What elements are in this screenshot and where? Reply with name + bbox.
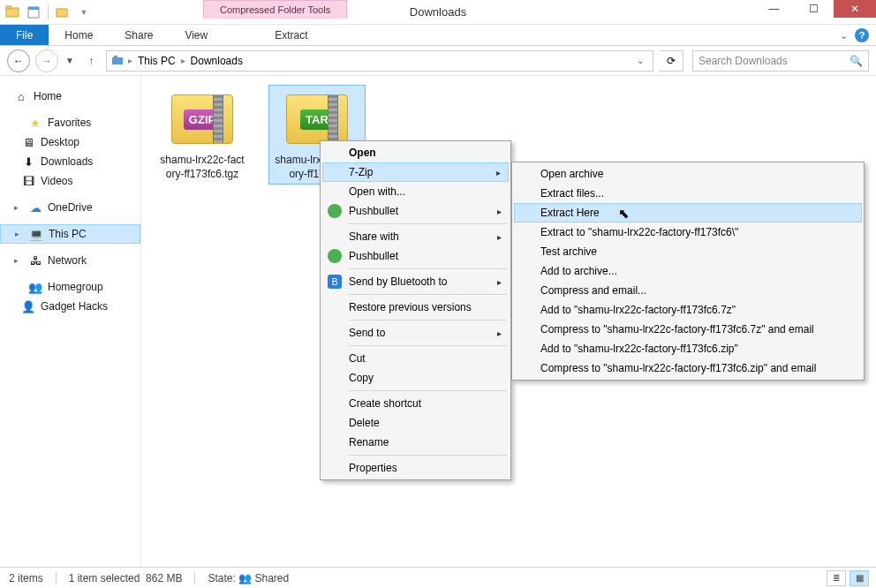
- menu-label: Delete: [349, 417, 380, 429]
- ribbon-expand-icon[interactable]: ⌄: [840, 30, 848, 41]
- submenu-arrow-icon: ▸: [496, 168, 501, 177]
- ctx-pushbullet[interactable]: Pushbullet▸: [322, 201, 509, 221]
- maximize-button[interactable]: ☐: [794, 0, 834, 18]
- ctx-delete[interactable]: Delete: [322, 413, 509, 433]
- help-icon[interactable]: ?: [855, 28, 869, 42]
- explorer-icon[interactable]: [4, 4, 21, 21]
- expand-icon[interactable]: ▸: [14, 256, 23, 265]
- 7z-add-7z[interactable]: Add to "shamu-lrx22c-factory-ff173fc6.7z…: [514, 300, 862, 320]
- view-tab[interactable]: View: [169, 25, 223, 45]
- svg-rect-6: [114, 56, 117, 58]
- nav-homegroup[interactable]: 👥Homegroup: [0, 277, 140, 297]
- nav-videos[interactable]: 🎞Videos: [0, 171, 140, 191]
- nav-label: Videos: [41, 175, 72, 187]
- expand-icon[interactable]: ▸: [14, 203, 23, 212]
- file-item-tgz[interactable]: GZIP shamu-lrx22c-factory-ff173fc6.tgz: [154, 85, 251, 185]
- menu-label: Extract files...: [540, 187, 604, 200]
- nav-favorites[interactable]: ★Favorites: [0, 113, 140, 132]
- menu-label: Add to archive...: [540, 265, 617, 277]
- new-folder-icon[interactable]: [54, 4, 72, 21]
- ctx-copy[interactable]: Copy: [322, 368, 509, 388]
- ctx-properties[interactable]: Properties: [322, 458, 509, 478]
- 7z-extract-to[interactable]: Extract to "shamu-lrx22c-factory-ff173fc…: [514, 222, 862, 242]
- ctx-pushbullet2[interactable]: Pushbullet: [322, 246, 509, 266]
- minimize-button[interactable]: —: [754, 0, 794, 18]
- nav-thispc[interactable]: ▸💻This PC: [0, 224, 140, 244]
- nav-label: Downloads: [41, 155, 93, 168]
- nav-network[interactable]: ▸🖧Network: [0, 251, 140, 270]
- ctx-bluetooth[interactable]: BSend by Bluetooth to▸: [322, 272, 509, 291]
- ctx-shortcut[interactable]: Create shortcut: [322, 394, 509, 413]
- address-dropdown-icon[interactable]: ⌄: [631, 56, 649, 65]
- expand-icon[interactable]: ▸: [15, 230, 24, 238]
- address-bar[interactable]: ▸ This PC ▸ Downloads ⌄: [106, 50, 653, 72]
- details-view-button[interactable]: ≣: [827, 570, 846, 586]
- 7z-add-to-archive[interactable]: Add to archive...: [514, 261, 862, 281]
- videos-icon: 🎞: [21, 174, 35, 188]
- nav-home[interactable]: ⌂Home: [0, 87, 140, 106]
- ctx-rename[interactable]: Rename: [322, 433, 509, 452]
- extract-tab[interactable]: Extract: [259, 25, 323, 45]
- nav-label: Desktop: [41, 136, 79, 148]
- nav-label: Home: [34, 90, 62, 102]
- ctx-sendto[interactable]: Send to▸: [322, 323, 509, 343]
- address-segment-downloads[interactable]: Downloads: [187, 55, 246, 67]
- address-segment-thispc[interactable]: This PC: [134, 55, 179, 67]
- menu-label: 7-Zip: [349, 166, 373, 178]
- shared-icon: 👥: [238, 572, 252, 584]
- 7z-add-zip[interactable]: Add to "shamu-lrx22c-factory-ff173fc6.zi…: [514, 339, 862, 358]
- nav-gadgethacks[interactable]: 👤Gadget Hacks: [0, 297, 140, 316]
- 7z-compress-zip-email[interactable]: Compress to "shamu-lrx22c-factory-ff173f…: [514, 358, 862, 378]
- ctx-openwith[interactable]: Open with...: [322, 182, 509, 201]
- nav-downloads[interactable]: ⬇Downloads: [0, 152, 140, 171]
- nav-label: OneDrive: [48, 201, 93, 214]
- menu-separator: [349, 294, 507, 295]
- ctx-sharewith[interactable]: Share with▸: [322, 227, 509, 246]
- 7z-compress-email[interactable]: Compress and email...: [514, 281, 862, 300]
- 7z-compress-7z-email[interactable]: Compress to "shamu-lrx22c-factory-ff173f…: [514, 320, 862, 339]
- share-tab[interactable]: Share: [109, 25, 169, 45]
- menu-label: Compress to "shamu-lrx22c-factory-ff173f…: [540, 362, 816, 374]
- homegroup-icon: 👥: [28, 280, 42, 294]
- 7z-test-archive[interactable]: Test archive: [514, 242, 862, 261]
- up-button[interactable]: ↑: [81, 51, 101, 71]
- search-input[interactable]: Search Downloads 🔍: [692, 50, 869, 72]
- svg-rect-5: [112, 57, 123, 64]
- ctx-restore[interactable]: Restore previous versions: [322, 298, 509, 317]
- close-button[interactable]: ✕: [834, 0, 876, 18]
- properties-icon[interactable]: [25, 4, 42, 21]
- 7z-extract-files[interactable]: Extract files...: [514, 184, 862, 203]
- nav-onedrive[interactable]: ▸☁OneDrive: [0, 198, 140, 217]
- ctx-cut[interactable]: Cut: [322, 349, 509, 368]
- back-button[interactable]: ←: [7, 49, 30, 72]
- svg-rect-1: [6, 6, 11, 9]
- history-dropdown-icon[interactable]: ▼: [64, 56, 76, 65]
- file-tab[interactable]: File: [0, 25, 49, 45]
- nav-desktop[interactable]: 🖥Desktop: [0, 132, 140, 152]
- menu-label: Extract Here: [540, 207, 600, 219]
- chevron-right-icon[interactable]: ▸: [128, 56, 132, 65]
- menu-label: Share with: [349, 230, 399, 243]
- ctx-open[interactable]: Open: [322, 143, 509, 162]
- menu-separator: [349, 345, 507, 346]
- nav-label: This PC: [49, 228, 87, 240]
- ctx-7zip[interactable]: 7-Zip▸: [322, 162, 509, 182]
- status-state: State: 👥 Shared: [208, 572, 289, 584]
- menu-label: Restore previous versions: [349, 301, 472, 313]
- 7z-extract-here[interactable]: Extract Here: [514, 203, 862, 222]
- menu-label: Send by Bluetooth to: [349, 275, 447, 288]
- qat-dropdown-icon[interactable]: ▼: [75, 4, 93, 21]
- chevron-right-icon[interactable]: ▸: [181, 56, 185, 65]
- location-icon: [110, 53, 126, 69]
- refresh-button[interactable]: ⟳: [659, 50, 683, 72]
- search-icon: 🔍: [850, 55, 863, 67]
- forward-button[interactable]: →: [35, 49, 58, 72]
- icons-view-button[interactable]: ▦: [850, 570, 869, 586]
- archive-icon: GZIP: [167, 88, 238, 150]
- quick-access-toolbar: ▼: [0, 4, 96, 21]
- menu-label: Cut: [349, 352, 366, 365]
- 7z-open-archive[interactable]: Open archive: [514, 164, 862, 184]
- home-tab[interactable]: Home: [49, 25, 109, 45]
- search-placeholder: Search Downloads: [699, 55, 788, 67]
- window-title: Downloads: [410, 5, 466, 19]
